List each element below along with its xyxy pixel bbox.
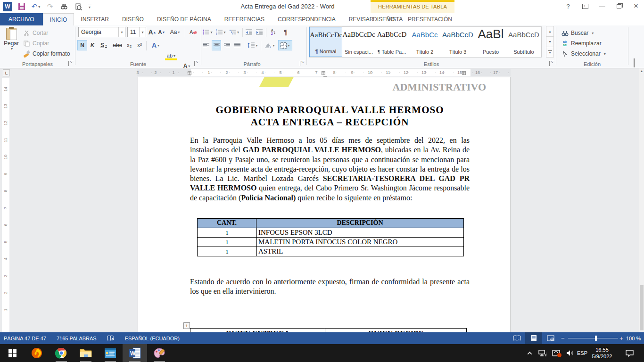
document-paragraph-2[interactable]: Estando de acuerdo con lo anteriormente … (190, 277, 470, 296)
redo-button[interactable]: ↷ (45, 1, 55, 12)
style-card[interactable]: AaBbCcD Subtítulo (507, 27, 540, 57)
text-effects-button[interactable]: A▾ (149, 40, 162, 50)
superscript-button[interactable]: x² (135, 40, 144, 50)
table-row[interactable]: 1 MALETIN PORTA INFOCUS COLOR NEGRO (198, 237, 463, 247)
zoom-in-button[interactable]: + (619, 332, 623, 344)
find-quick-button[interactable] (59, 1, 69, 12)
clipboard-dialog-launcher[interactable] (68, 61, 74, 66)
table-column-marker[interactable] (188, 71, 191, 75)
taskbar-paint-button[interactable] (147, 344, 172, 362)
header-cell-quien-entrega[interactable]: QUIEN ENTREGA (190, 329, 325, 332)
help-button[interactable]: ? (563, 1, 573, 11)
style-card[interactable]: AaBbCcDc Sin espaci... (342, 27, 375, 57)
zoom-slider-track[interactable] (568, 338, 618, 338)
bullets-button[interactable]: ▾ (201, 27, 214, 37)
tray-language-indicator[interactable]: ESP (576, 344, 588, 362)
paragraph-dialog-launcher[interactable] (300, 61, 305, 66)
strikethrough-button[interactable]: abc (111, 40, 124, 50)
italic-button[interactable]: K (88, 40, 97, 50)
highlight-color-button[interactable]: ab▾ (164, 50, 178, 61)
vertical-ruler[interactable]: 1413121110987654321 (2, 78, 9, 332)
subscript-button[interactable]: x₂ (124, 40, 134, 50)
collapse-ribbon-button[interactable] (634, 59, 635, 68)
underline-button[interactable]: S▾ (98, 40, 110, 50)
undo-caret-icon[interactable]: ▾ (38, 5, 40, 9)
word-count[interactable]: 7165 PALABRAS (57, 336, 97, 341)
signatures-table[interactable]: QUIEN ENTREGA QUIEN RECIBE (190, 328, 467, 332)
ribbon-tab[interactable]: DISEÑO DE PÁGINA (150, 13, 218, 25)
ribbon-tab[interactable]: ARCHIVO (0, 13, 43, 25)
start-button[interactable] (0, 344, 25, 362)
shrink-font-button[interactable]: A▼ (157, 27, 166, 37)
paste-button[interactable]: Pegar ▾ (1, 27, 21, 59)
header-cell-quien-recibe[interactable]: QUIEN RECIBE (325, 329, 466, 332)
page-indicator[interactable]: PÁGINA 47 DE 47 (4, 336, 46, 341)
tray-volume-icon[interactable] (564, 344, 576, 362)
cell-descripcion[interactable]: INFOCUS EPSON 3LCD (256, 228, 463, 237)
contextual-tab[interactable]: DISEÑO (366, 13, 401, 25)
numbering-button[interactable]: 123 ▾ (215, 27, 227, 37)
print-preview-button[interactable] (74, 1, 83, 12)
ribbon-tab[interactable]: INSERTAR (74, 13, 116, 25)
word-logo-icon[interactable]: W (3, 1, 12, 12)
ribbon-display-options-button[interactable] (580, 1, 590, 11)
change-case-button[interactable]: Aa▾ (168, 27, 182, 37)
document-paragraph-1[interactable]: En la Parroquia Valle Hermoso a los 05 d… (190, 136, 470, 203)
style-card[interactable]: AaBbCcDc ¶ Normal (309, 27, 342, 57)
align-center-button[interactable] (212, 40, 221, 50)
zoom-level[interactable]: 100 % (626, 332, 641, 344)
minimize-button[interactable]: — (597, 1, 607, 11)
tray-security-icon[interactable] (550, 344, 562, 362)
cell-descripcion[interactable]: MALETIN PORTA INFOCUS COLOR NEGRO (256, 238, 463, 247)
font-family-combo[interactable]: Georgia ▾ (78, 27, 125, 37)
sort-button[interactable]: AZ ↓ (268, 27, 279, 37)
read-mode-button[interactable] (508, 332, 525, 344)
ribbon-tab[interactable]: INICIO (43, 13, 74, 25)
header-cell-descripcion[interactable]: DESCRIPCIÓN (256, 219, 463, 228)
find-button[interactable]: Buscar ▾ (561, 28, 594, 38)
document-heading-1[interactable]: GOBIERNO PARROQUIAL VALLE HERMOSO (190, 104, 470, 116)
action-center-button[interactable] (621, 344, 637, 362)
show-marks-button[interactable]: ¶ (281, 27, 290, 37)
proofing-icon[interactable] (107, 335, 115, 341)
line-spacing-button[interactable]: ▾ (246, 40, 259, 50)
style-card[interactable]: AaBbCc Título 2 (408, 27, 441, 57)
font-size-caret-icon[interactable]: ▾ (139, 27, 146, 37)
restore-button[interactable] (614, 1, 624, 11)
yellow-shape[interactable] (259, 77, 293, 87)
borders-button[interactable]: ▾ (278, 40, 292, 50)
items-table[interactable]: CANT. DESCRIPCIÓN 1 INFOCUS EPSON 3LCD 1… (197, 218, 464, 256)
decrease-indent-button[interactable] (244, 27, 254, 37)
close-button[interactable]: × (631, 1, 641, 11)
multilevel-list-button[interactable]: ▾ (228, 27, 241, 37)
document-headings[interactable]: GOBIERNO PARROQUIAL VALLE HERMOSO ACTA E… (190, 104, 470, 128)
shading-button[interactable]: ▾ (263, 40, 276, 50)
copy-button[interactable]: Copiar (23, 39, 49, 48)
justify-button[interactable] (232, 40, 242, 50)
taskbar-chrome-button[interactable] (49, 344, 74, 362)
gallery-scroll-up-button[interactable]: ▴ (546, 26, 554, 37)
cell-cant[interactable]: 1 (198, 247, 256, 256)
increase-indent-button[interactable] (255, 27, 264, 37)
style-card[interactable]: AaBbCcD Título 3 (441, 27, 474, 57)
items-table-header[interactable]: CANT. DESCRIPCIÓN (198, 219, 463, 228)
bold-button[interactable]: N (77, 40, 87, 50)
ribbon-tab[interactable]: CORRESPONDENCIA (271, 13, 342, 25)
table-row[interactable]: 1 INFOCUS EPSON 3LCD (198, 228, 463, 237)
header-cell-cant[interactable]: CANT. (198, 219, 256, 228)
document-page[interactable]: ADMINISTRATIVO GOBIERNO PARROQUIAL VALLE… (138, 77, 511, 332)
cell-cant[interactable]: 1 (198, 238, 256, 247)
web-layout-button[interactable] (542, 332, 559, 344)
table-row[interactable]: 1 ASTRIL (198, 247, 463, 256)
tray-network-icon[interactable] (537, 344, 549, 362)
document-heading-2[interactable]: ACTA ENTREGA – RECEPCIÓN (190, 116, 470, 128)
tab-selector[interactable]: L (3, 69, 10, 76)
zoom-out-button[interactable]: − (561, 332, 565, 344)
select-button[interactable]: Seleccionar ▾ (561, 49, 606, 58)
font-family-caret-icon[interactable]: ▾ (118, 27, 125, 37)
style-card[interactable]: AaBbCcD ¶ Table Pa... (375, 27, 408, 57)
format-painter-button[interactable]: Copiar formato (23, 49, 70, 58)
style-card[interactable]: AaBl Puesto (474, 27, 507, 57)
table-column-marker[interactable] (322, 71, 325, 75)
align-right-button[interactable] (222, 40, 231, 50)
